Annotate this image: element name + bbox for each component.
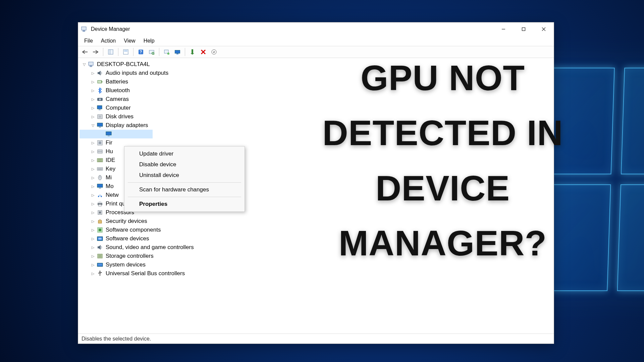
tree-item[interactable]: ▷Batteries [79, 77, 551, 86]
svg-rect-62 [98, 273, 99, 274]
battery-icon [96, 78, 104, 85]
chevron-right-icon[interactable]: ▷ [90, 217, 96, 226]
tree-item[interactable]: ▷Storage controllers [79, 252, 551, 260]
context-menu-item[interactable]: Properties [124, 199, 245, 209]
chevron-right-icon[interactable]: ▷ [90, 243, 96, 252]
toolbar-back-icon[interactable] [80, 47, 90, 57]
chevron-right-icon[interactable]: ▷ [90, 269, 96, 278]
tree-item[interactable]: ▷Universal Serial Bus controllers [79, 269, 551, 278]
toolbar-forward-icon[interactable] [91, 47, 100, 57]
minimize-button[interactable] [493, 22, 514, 36]
svg-rect-56 [99, 229, 101, 231]
svg-rect-37 [108, 135, 110, 136]
context-menu-item[interactable]: Uninstall device [124, 170, 245, 181]
toolbar-remote-icon[interactable] [173, 47, 182, 57]
svg-rect-45 [97, 184, 103, 187]
speaker-icon [96, 69, 104, 77]
svg-rect-46 [99, 188, 101, 189]
toolbar-scan-hardware-icon[interactable] [147, 47, 156, 57]
tree-root[interactable]: ▽DESKTOP-BCLTA4L [79, 60, 551, 69]
menu-view[interactable]: View [120, 37, 139, 45]
svg-rect-1 [83, 31, 85, 32]
chevron-down-icon[interactable]: ▽ [81, 60, 88, 69]
maximize-button[interactable] [514, 22, 534, 36]
svg-point-63 [101, 272, 102, 273]
chevron-right-icon[interactable]: ▷ [90, 147, 96, 156]
chevron-right-icon[interactable]: ▷ [90, 208, 96, 217]
toolbar-show-hide-tree-icon[interactable] [106, 47, 115, 57]
toolbar-enable-icon[interactable] [188, 47, 197, 57]
chevron-down-icon[interactable]: ▽ [90, 121, 96, 130]
svg-point-33 [99, 116, 101, 118]
toolbar-disable-icon[interactable] [199, 47, 208, 57]
chevron-right-icon[interactable]: ▷ [90, 226, 96, 234]
chevron-right-icon[interactable]: ▷ [90, 234, 96, 243]
menu-action[interactable]: Action [97, 37, 120, 45]
chevron-right-icon[interactable]: ▷ [90, 104, 96, 112]
chevron-right-icon[interactable]: ▷ [90, 138, 96, 147]
svg-rect-27 [102, 81, 102, 82]
toolbar-properties-icon[interactable] [121, 47, 130, 57]
security-icon [96, 218, 104, 225]
tree-item[interactable]: ▷System devices [79, 260, 551, 269]
toolbar-uninstall-icon[interactable] [209, 47, 219, 57]
swdev-icon [96, 235, 104, 242]
tree-item[interactable]: ▷Security devices [79, 217, 551, 226]
tree-item-label: Universal Serial Bus controllers [106, 269, 185, 278]
svg-rect-19 [192, 49, 193, 53]
chevron-right-icon[interactable]: ▷ [90, 199, 96, 208]
tree-item[interactable]: ▷Bluetooth [79, 86, 551, 95]
tree-item-label [114, 130, 116, 138]
svg-point-29 [99, 99, 101, 101]
context-menu-separator [128, 197, 241, 197]
chevron-right-icon[interactable]: ▷ [90, 191, 96, 199]
keyboard-icon [96, 165, 104, 173]
chevron-right-icon[interactable]: ▷ [90, 260, 96, 269]
menu-file[interactable]: File [80, 37, 97, 45]
close-button[interactable] [534, 22, 554, 36]
toolbar-help-icon[interactable]: ? [136, 47, 146, 57]
chevron-right-icon[interactable]: ▷ [90, 182, 96, 191]
svg-rect-39 [99, 141, 101, 144]
camera-icon [96, 96, 104, 103]
chevron-right-icon[interactable]: ▷ [90, 156, 96, 165]
tree-item-label: Sound, video and game controllers [106, 243, 194, 252]
tree-item[interactable]: ▷Disk drives [79, 112, 551, 121]
chevron-right-icon[interactable]: ▷ [90, 77, 96, 86]
tree-item[interactable]: ▷Software components [79, 226, 551, 234]
tree-item[interactable]: ▷Sound, video and game controllers [79, 243, 551, 252]
svg-rect-35 [99, 127, 101, 128]
tree-item[interactable]: ▷Audio inputs and outputs [79, 69, 551, 77]
menu-help[interactable]: Help [140, 37, 159, 45]
tree-item-label: Display adapters [106, 121, 148, 130]
chevron-right-icon[interactable]: ▷ [90, 112, 96, 121]
menu-bar: File Action View Help [78, 36, 554, 46]
svg-rect-24 [89, 62, 93, 65]
chevron-right-icon[interactable]: ▷ [90, 252, 96, 260]
tree-item[interactable]: ▷Computer [79, 104, 551, 112]
tree-item-label: Computer [106, 104, 131, 112]
ide-icon [96, 157, 104, 164]
context-menu-item[interactable]: Scan for hardware changes [124, 184, 245, 195]
toolbar-update-driver-icon[interactable] [162, 47, 171, 57]
tree-item[interactable]: ▷Cameras [79, 95, 551, 104]
sound-icon [96, 244, 104, 251]
app-icon [81, 26, 88, 33]
chevron-right-icon[interactable]: ▷ [90, 173, 96, 182]
svg-rect-0 [82, 27, 86, 30]
chevron-right-icon[interactable]: ▷ [90, 69, 96, 77]
tree-item-label: Fir [106, 138, 112, 147]
svg-rect-18 [176, 54, 178, 54]
tree-item-label: Netw [106, 191, 119, 199]
chevron-right-icon[interactable]: ▷ [90, 86, 96, 95]
tree-item[interactable]: ▷Software devices [79, 234, 551, 243]
context-menu-item[interactable]: Update driver [124, 148, 245, 159]
tree-item-selected[interactable] [79, 130, 153, 138]
printer-icon [96, 200, 104, 207]
tree-item[interactable]: ▽Display adapters [79, 121, 551, 130]
context-menu-item[interactable]: Disable device [124, 159, 245, 170]
chevron-right-icon[interactable]: ▷ [90, 95, 96, 104]
chevron-right-icon[interactable]: ▷ [90, 165, 96, 173]
tree-item-label: Key [106, 165, 115, 173]
title-bar[interactable]: Device Manager [78, 22, 554, 36]
